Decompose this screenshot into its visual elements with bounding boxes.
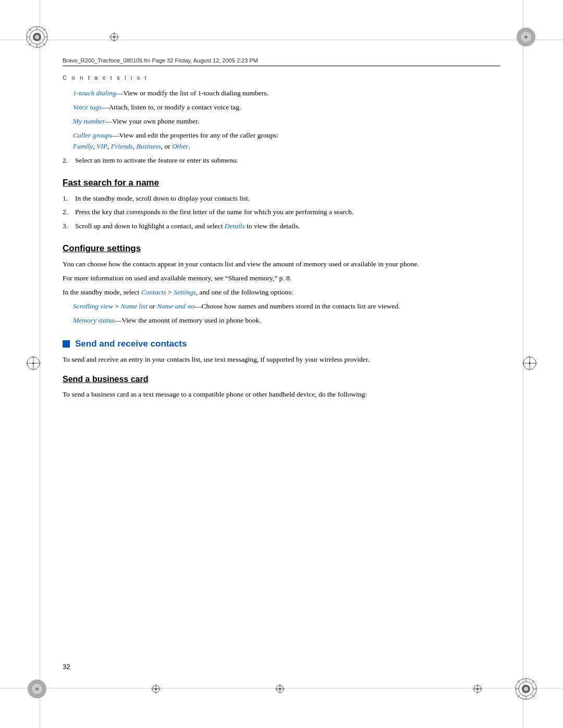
sunburst-br-icon	[515, 678, 537, 702]
scrolling-desc: —Choose how names and numbers stored in …	[194, 302, 400, 310]
select-num: 2.	[63, 155, 75, 166]
other-link: Other	[172, 142, 189, 150]
scrolling-view-link: Scrolling view	[73, 302, 113, 310]
section-label: C o n t a c t s l i s t	[63, 75, 500, 81]
svg-point-35	[32, 362, 34, 364]
svg-point-39	[529, 362, 531, 364]
svg-point-43	[113, 36, 115, 38]
configure-para3-middle: >	[166, 288, 174, 296]
trim-line-top	[0, 40, 563, 40]
bot-crosshair-1	[151, 684, 161, 696]
step1-num: 1.	[63, 193, 75, 204]
one-touch-dialing-item: 1-touch dialing—View or modify the list …	[73, 88, 500, 99]
page-container: Bravo_R200_Tracfone_080105.fm Page 32 Fr…	[0, 0, 563, 728]
send-receive-para1: To send and receive an entry in your con…	[63, 354, 500, 365]
fast-search-step1: 1. In the standby mode, scroll down to d…	[63, 193, 500, 204]
family-link: Family	[73, 142, 93, 150]
header-text: Bravo_R200_Tracfone_080105.fm Page 32 Fr…	[63, 57, 258, 64]
svg-point-51	[279, 688, 281, 690]
header-line: Bravo_R200_Tracfone_080105.fm Page 32 Fr…	[63, 57, 500, 66]
select-text: Select an item to activate the feature o…	[75, 155, 500, 166]
step2-num: 2.	[63, 207, 75, 218]
fast-search-step3: 3. Scroll up and down to highlight a con…	[63, 221, 500, 232]
scrolling-view-item: Scrolling view > Name list or Name and n…	[73, 301, 500, 312]
one-touch-link: 1-touch dialing	[73, 89, 116, 97]
top-left-crosshair	[109, 32, 119, 44]
svg-point-12	[35, 35, 39, 39]
content-area: Bravo_R200_Tracfone_080105.fm Page 32 Fr…	[63, 57, 500, 671]
configure-para1: You can choose how the contacts appear i…	[63, 259, 500, 270]
caller-groups-desc: —View and edit the properties for any of…	[112, 131, 278, 139]
bot-crosshair-2	[275, 684, 285, 696]
svg-point-18	[35, 687, 39, 690]
send-business-card-heading: Send a business card	[63, 375, 500, 384]
select-item: 2. Select an item to activate the featur…	[63, 155, 500, 166]
memory-desc: —View the amount of memory used in phone…	[115, 316, 261, 324]
memory-status-item: Memory status—View the amount of memory …	[73, 315, 500, 326]
configure-para2: For more information on used and availab…	[63, 273, 500, 284]
step3-text: Scroll up and down to highlight a contac…	[75, 221, 500, 232]
configure-para3-suffix: , and one of the following options:	[196, 288, 293, 296]
my-number-desc: —View your own phone number.	[105, 117, 199, 125]
step3-num: 3.	[63, 221, 75, 232]
name-list-link: Name list	[121, 302, 148, 310]
send-receive-heading: Send and receive contacts	[63, 339, 500, 349]
sunburst-tl-icon	[26, 26, 48, 50]
voice-tags-link: Voice tags	[73, 103, 102, 111]
svg-point-55	[476, 688, 479, 690]
my-number-item: My number—View your own phone number.	[73, 116, 500, 127]
friends-link: Friends	[111, 142, 133, 150]
fast-search-heading: Fast search for a name	[63, 178, 500, 188]
caller-groups-detail: Family, VIP, Friends, Business, or Other…	[73, 142, 190, 150]
page-number: 32	[63, 663, 70, 671]
svg-point-47	[155, 688, 157, 690]
my-number-link: My number	[73, 117, 105, 125]
send-business-card-para: To send a business card as a text messag…	[63, 389, 500, 400]
configure-para3: In the standby mode, select Contacts > S…	[63, 287, 500, 298]
contacts-link: Contacts	[141, 288, 166, 296]
configure-para3-prefix: In the standby mode, select	[63, 288, 141, 296]
name-and-no-link: Name and no	[157, 302, 194, 310]
voice-tags-desc: —Attach, listen to, or modify a contact …	[102, 103, 241, 111]
memory-status-link: Memory status	[73, 316, 115, 324]
voice-tags-item: Voice tags—Attach, listen to, or modify …	[73, 102, 500, 113]
details-link: Details	[225, 222, 245, 230]
send-receive-heading-text: Send and receive contacts	[75, 339, 187, 349]
one-touch-desc: —View or modify the list of 1-touch dial…	[116, 89, 268, 97]
business-link: Business	[137, 142, 161, 150]
svg-point-15	[524, 35, 528, 39]
deco-circle-tr	[516, 27, 536, 49]
bot-crosshair-3	[473, 684, 482, 696]
blue-square-icon	[63, 340, 70, 348]
mid-left-crosshair	[26, 356, 41, 373]
step1-text: In the standby mode, scroll down to disp…	[75, 193, 500, 204]
vip-link: VIP	[96, 142, 107, 150]
fast-search-step2: 2. Press the key that corresponds to the…	[63, 207, 500, 218]
step2-text: Press the key that corresponds to the fi…	[75, 207, 500, 218]
deco-circle-bl	[27, 679, 47, 701]
caller-groups-item: Caller groups—View and edit the properti…	[73, 130, 500, 152]
mid-right-crosshair	[522, 356, 537, 373]
configure-heading: Configure settings	[63, 243, 500, 254]
svg-point-31	[524, 687, 528, 691]
settings-link: Settings	[174, 288, 196, 296]
caller-groups-link: Caller groups	[73, 131, 112, 139]
